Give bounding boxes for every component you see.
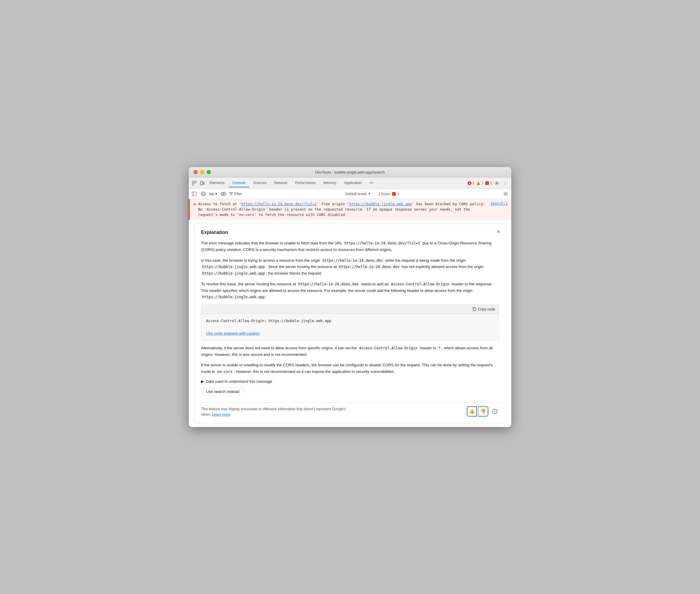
svg-text:!: ! <box>478 182 479 185</box>
error-url-link2[interactable]: https://bubble-jingle.web.app <box>349 202 412 206</box>
thumbs-down-icon: 👎 <box>480 408 486 414</box>
tab-more[interactable]: >> <box>366 179 377 187</box>
code-block: Copy code Access-Control-Allow-Origin: h… <box>201 304 499 341</box>
svg-point-20 <box>505 193 506 195</box>
tab-elements[interactable]: Elements <box>206 179 228 187</box>
svg-rect-0 <box>192 181 194 183</box>
learn-more-link[interactable]: Learn more <box>212 412 230 417</box>
thumbs-up-button[interactable]: 👍 <box>467 406 477 417</box>
disclaimer-text: This feature may display inaccurate or o… <box>201 406 350 417</box>
tab-memory[interactable]: Memory <box>320 179 340 187</box>
copy-code-button[interactable]: Copy code <box>472 307 495 311</box>
clear-console-icon[interactable] <box>200 191 207 197</box>
tab-performance[interactable]: Performance <box>291 179 319 187</box>
console-content: ⊗ Access to fetch at 'https://hello-io-2… <box>189 199 511 427</box>
svg-point-23 <box>494 410 495 410</box>
tab-application[interactable]: Application <box>341 179 365 187</box>
svg-rect-3 <box>200 182 203 185</box>
explanation-paragraph-3: To resolve this issue, the server hostin… <box>201 281 499 300</box>
settings-icon[interactable] <box>493 179 500 187</box>
close-window-button[interactable] <box>194 170 198 174</box>
window-title: DevTools - bubble-jingle.web.app/search <box>315 170 385 174</box>
info-badge[interactable]: ! 1 <box>485 181 492 185</box>
thumbs-down-button[interactable]: 👎 <box>478 406 488 417</box>
devtools-window: DevTools - bubble-jingle.web.app/search … <box>189 167 511 427</box>
filter-area[interactable]: Filter <box>229 192 243 196</box>
explanation-panel: Explanation × The error message indicate… <box>194 224 506 423</box>
toolbar-icons: ✕ 2 ! 1 ! 1 <box>467 179 509 187</box>
error-source-link[interactable]: search:1 <box>490 201 508 218</box>
svg-rect-1 <box>195 181 197 183</box>
title-bar: DevTools - bubble-jingle.web.app/search <box>189 167 511 177</box>
device-mode-icon[interactable] <box>199 180 206 187</box>
error-badge[interactable]: ✕ 2 <box>467 181 475 185</box>
eye-icon[interactable] <box>220 191 227 197</box>
explanation-paragraph-1: The error message indicates that the bro… <box>201 240 499 253</box>
svg-text:✕: ✕ <box>468 182 470 185</box>
data-used-toggle[interactable]: ▶ Data used to understand this message <box>201 379 499 384</box>
close-explanation-button[interactable]: × <box>495 228 502 235</box>
error-message-row: ⊗ Access to fetch at 'https://hello-io-2… <box>189 199 511 220</box>
warning-badge[interactable]: ! 1 <box>476 181 484 185</box>
traffic-lights <box>194 170 211 174</box>
svg-point-11 <box>496 182 498 184</box>
tab-network[interactable]: Network <box>271 179 291 187</box>
svg-point-16 <box>221 192 226 195</box>
more-options-icon[interactable]: ⋮ <box>502 179 509 187</box>
error-url-link1[interactable]: https://hello-io-24.deno.dev/?lvl=1 <box>241 202 317 206</box>
console-settings-icon[interactable] <box>502 191 509 197</box>
console-toolbar: top ▼ Filter Default levels ▼ 1 Issue: ! <box>189 189 511 199</box>
use-search-instead-button[interactable]: Use search instead <box>201 387 244 396</box>
context-selector[interactable]: top ▼ <box>209 192 218 196</box>
thumbs-up-icon: 👍 <box>469 408 475 414</box>
tab-console[interactable]: Console <box>229 179 249 187</box>
svg-text:!: ! <box>487 182 488 185</box>
explanation-title: Explanation <box>201 230 499 235</box>
svg-rect-2 <box>192 184 194 185</box>
info-icon[interactable] <box>491 407 499 416</box>
feedback-actions: 👍 👎 <box>467 406 499 417</box>
explanation-paragraph-2: In this case, the browser is trying to a… <box>201 257 499 277</box>
tab-sources[interactable]: Sources <box>250 179 270 187</box>
maximize-window-button[interactable] <box>207 170 211 174</box>
code-snippet: Access-Control-Allow-Origin: https://bub… <box>201 314 499 328</box>
issue-badge[interactable]: 1 Issue: ! 1 <box>378 192 399 196</box>
svg-rect-4 <box>203 182 204 184</box>
error-circle-icon: ⊗ <box>193 202 196 218</box>
main-toolbar: Elements Console Sources Network Perform… <box>189 177 511 189</box>
caution-link[interactable]: Use code snippets with caution <box>206 331 259 335</box>
badge-group: ✕ 2 ! 1 ! 1 <box>467 181 492 185</box>
log-levels-selector[interactable]: Default levels ▼ <box>345 192 371 196</box>
explanation-paragraph-5: If the server is unable or unwilling to … <box>201 362 499 375</box>
minimize-window-button[interactable] <box>200 170 204 174</box>
inspector-icon[interactable] <box>191 180 198 187</box>
svg-point-17 <box>222 193 224 195</box>
svg-text:!: ! <box>394 193 394 196</box>
code-block-header: Copy code <box>201 305 499 314</box>
explanation-paragraph-4: Alternatively, if the server does not ne… <box>201 345 499 358</box>
svg-rect-12 <box>192 192 197 196</box>
sidebar-toggle-icon[interactable] <box>191 191 198 197</box>
svg-rect-21 <box>473 308 476 311</box>
error-text: Access to fetch at 'https://hello-io-24.… <box>198 201 488 218</box>
disclaimer-area: This feature may display inaccurate or o… <box>201 402 499 417</box>
